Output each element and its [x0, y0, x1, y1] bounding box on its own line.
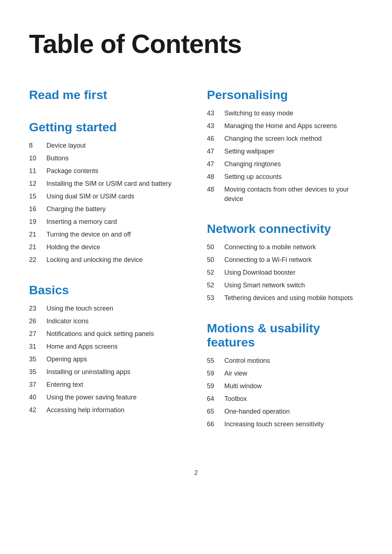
item-text-device-layout: Device layout — [46, 141, 86, 150]
item-text-moving-contacts: Moving contacts from other devices to yo… — [224, 185, 363, 204]
item-text-smart-network: Using Smart network switch — [224, 280, 305, 290]
page-number-smart-network: 52 — [207, 280, 224, 290]
list-item: 42 Accessing help information — [29, 405, 185, 415]
page-number-notifications: 27 — [29, 329, 46, 339]
list-item: 65 One-handed operation — [207, 407, 363, 416]
page-number-entering-text: 37 — [29, 380, 46, 390]
list-item: 47 Setting wallpaper — [207, 147, 363, 156]
list-item: 27 Notifications and quick setting panel… — [29, 329, 185, 339]
list-item: 8 Device layout — [29, 141, 185, 151]
list-item: 35 Installing or uninstalling apps — [29, 367, 185, 377]
list-item: 52 Using Download booster — [207, 268, 363, 278]
list-item: 37 Entering text — [29, 380, 185, 390]
item-text-wallpaper: Setting wallpaper — [224, 147, 274, 156]
page-number-moving-contacts: 48 — [207, 185, 224, 194]
page-number-easy-mode: 43 — [207, 108, 224, 118]
section-title-basics: Basics — [29, 283, 185, 297]
list-item: 43 Managing the Home and Apps screens — [207, 121, 363, 131]
item-text-installing-sim: Installing the SIM or USIM card and batt… — [46, 179, 171, 188]
list-item: 40 Using the power saving feature — [29, 393, 185, 402]
item-text-air-view: Air view — [224, 369, 247, 378]
page-number-indicator-icons: 26 — [29, 316, 46, 326]
list-item: 55 Control motions — [207, 356, 363, 366]
list-item: 10 Buttons — [29, 153, 185, 163]
page-number-memory-card: 19 — [29, 217, 46, 227]
item-text-locking: Locking and unlocking the device — [46, 255, 143, 264]
item-text-memory-card: Inserting a memory card — [46, 217, 117, 226]
page-number-locking: 22 — [29, 255, 46, 265]
item-text-entering-text: Entering text — [46, 380, 83, 389]
list-item: 12 Installing the SIM or USIM card and b… — [29, 179, 185, 189]
page-number-package-contents: 11 — [29, 166, 46, 176]
page-number-installing-sim: 12 — [29, 179, 46, 189]
list-item: 23 Using the touch screen — [29, 304, 185, 313]
page-number-charging: 16 — [29, 204, 46, 214]
page-number-device-layout: 8 — [29, 141, 46, 151]
page-number-help: 42 — [29, 405, 46, 415]
section-getting-started: Getting started 8 Device layout 10 Butto… — [29, 120, 185, 265]
item-text-package-contents: Package contents — [46, 166, 98, 176]
item-text-home-apps: Home and Apps screens — [46, 342, 118, 351]
section-read-me-first: Read me first — [29, 88, 185, 102]
page-number-managing-home: 43 — [207, 121, 224, 131]
page-number-touch-sensitivity: 66 — [207, 419, 224, 429]
item-text-download-booster: Using Download booster — [224, 268, 295, 277]
page-number-screen-lock: 46 — [207, 134, 224, 144]
list-item: 46 Changing the screen lock method — [207, 134, 363, 144]
list-item: 21 Turning the device on and off — [29, 230, 185, 239]
list-item: 21 Holding the device — [29, 242, 185, 252]
item-text-control-motions: Control motions — [224, 356, 270, 365]
page-number-opening-apps: 35 — [29, 354, 46, 364]
list-item: 50 Connecting to a mobile network — [207, 242, 363, 252]
list-item: 43 Switching to easy mode — [207, 108, 363, 118]
page-number-control-motions: 55 — [207, 356, 224, 366]
list-item: 31 Home and Apps screens — [29, 342, 185, 352]
item-text-turning-on-off: Turning the device on and off — [46, 230, 131, 239]
list-item: 19 Inserting a memory card — [29, 217, 185, 227]
motions-usability-list: 55 Control motions 59 Air view 59 Multi … — [207, 356, 363, 429]
list-item: 52 Using Smart network switch — [207, 280, 363, 290]
item-text-tethering: Tethering devices and using mobile hotsp… — [224, 293, 353, 303]
page-number-download-booster: 52 — [207, 268, 224, 278]
section-title-motions-usability: Motions & usability features — [207, 321, 363, 349]
item-text-installing-apps: Installing or uninstalling apps — [46, 367, 130, 377]
item-text-mobile-network: Connecting to a mobile network — [224, 242, 316, 252]
item-text-power-saving: Using the power saving feature — [46, 393, 136, 402]
page-number-buttons: 10 — [29, 153, 46, 163]
personalising-list: 43 Switching to easy mode 43 Managing th… — [207, 108, 363, 204]
item-text-one-handed: One-handed operation — [224, 407, 290, 416]
item-text-multi-window: Multi window — [224, 381, 262, 391]
left-column: Read me first Getting started 8 Device l… — [29, 88, 185, 447]
page-number-toolbox: 64 — [207, 394, 224, 404]
right-column: Personalising 43 Switching to easy mode … — [207, 88, 363, 447]
page-number-mobile-network: 50 — [207, 242, 224, 252]
list-item: 15 Using dual SIM or USIM cards — [29, 192, 185, 201]
getting-started-list: 8 Device layout 10 Buttons 11 Package co… — [29, 141, 185, 265]
list-item: 66 Increasing touch screen sensitivity — [207, 419, 363, 429]
list-item: 59 Air view — [207, 369, 363, 378]
page-number-turning-on-off: 21 — [29, 230, 46, 239]
list-item: 50 Connecting to a Wi-Fi network — [207, 255, 363, 265]
page-number-tethering: 53 — [207, 293, 224, 303]
list-item: 59 Multi window — [207, 381, 363, 391]
list-item: 22 Locking and unlocking the device — [29, 255, 185, 265]
footer-page-number: 2 — [29, 469, 363, 477]
page-number-wifi: 50 — [207, 255, 224, 265]
page-number-wallpaper: 47 — [207, 147, 224, 156]
list-item: 26 Indicator icons — [29, 316, 185, 326]
item-text-accounts: Setting up accounts — [224, 172, 282, 181]
item-text-opening-apps: Opening apps — [46, 354, 87, 364]
item-text-touch-sensitivity: Increasing touch screen sensitivity — [224, 419, 324, 429]
network-connectivity-list: 50 Connecting to a mobile network 50 Con… — [207, 242, 363, 303]
page-title: Table of Contents — [29, 29, 363, 59]
section-title-network-connectivity: Network connectivity — [207, 222, 363, 236]
page-number-holding: 21 — [29, 242, 46, 252]
item-text-screen-lock: Changing the screen lock method — [224, 134, 322, 143]
item-text-touch-screen: Using the touch screen — [46, 304, 113, 313]
list-item: 47 Changing ringtones — [207, 159, 363, 169]
item-text-help: Accessing help information — [46, 405, 124, 415]
page-number-touch-screen: 23 — [29, 304, 46, 313]
list-item: 16 Charging the battery — [29, 204, 185, 214]
page-number-dual-sim: 15 — [29, 192, 46, 201]
basics-list: 23 Using the touch screen 26 Indicator i… — [29, 304, 185, 415]
